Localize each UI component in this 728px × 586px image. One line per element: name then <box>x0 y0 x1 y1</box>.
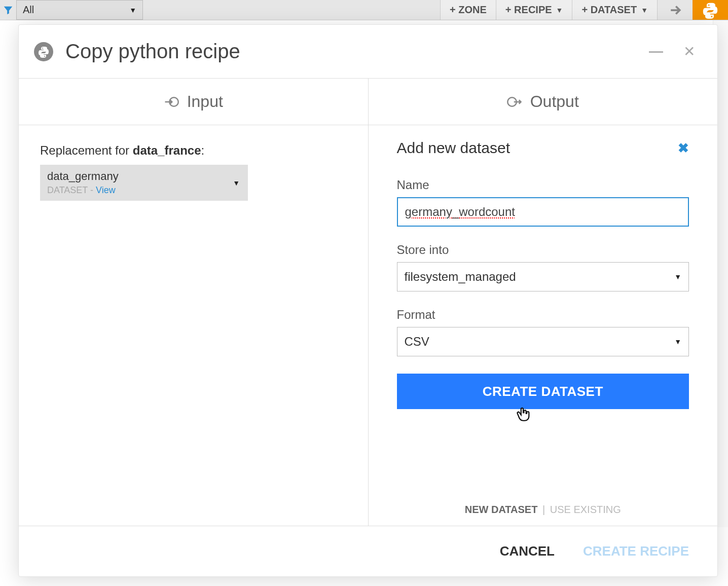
python-icon <box>34 42 53 61</box>
dataset-name-input[interactable] <box>397 197 689 227</box>
view-link[interactable]: View <box>96 185 116 195</box>
filter-dropdown[interactable]: All ▼ <box>16 0 143 20</box>
replacement-dropdown[interactable]: data_germany DATASET - View ▼ <box>40 165 248 201</box>
chevron-down-icon: ▼ <box>233 179 240 187</box>
modal-header: Copy python recipe — ✕ <box>19 25 717 78</box>
python-recipe-icon[interactable] <box>693 0 728 20</box>
store-label: Store into <box>397 243 689 257</box>
create-dataset-button[interactable]: CREATE DATASET <box>397 374 689 409</box>
input-tab-header: Input <box>19 79 368 125</box>
minimize-button[interactable]: — <box>649 43 663 60</box>
filter-value: All <box>23 4 34 16</box>
use-existing-tab[interactable]: USE EXISTING <box>550 504 621 515</box>
store-into-select[interactable]: filesystem_managed ▼ <box>397 262 689 291</box>
replacement-value: data_germany <box>47 170 241 183</box>
new-dataset-tab[interactable]: NEW DATASET <box>465 504 538 515</box>
name-label: Name <box>397 178 689 192</box>
add-recipe-button[interactable]: + RECIPE ▼ <box>496 0 572 20</box>
output-tab-header: Output <box>369 79 718 125</box>
modal-title: Copy python recipe <box>65 40 240 63</box>
input-panel: Input Replacement for data_france: data_… <box>19 79 369 526</box>
replacement-meta: DATASET - View <box>47 185 241 196</box>
cancel-button[interactable]: CANCEL <box>500 543 555 559</box>
output-icon <box>507 94 522 109</box>
add-zone-button[interactable]: + ZONE <box>440 0 496 20</box>
chevron-down-icon: ▼ <box>641 6 648 14</box>
chevron-down-icon: ▼ <box>129 6 136 14</box>
create-recipe-button[interactable]: CREATE RECIPE <box>583 543 689 559</box>
background-toolbar: All ▼ + ZONE + RECIPE ▼ + DATASET ▼ <box>0 0 728 20</box>
modal-footer: CANCEL CREATE RECIPE <box>19 526 717 576</box>
filter-icon <box>0 0 16 20</box>
add-dataset-button[interactable]: + DATASET ▼ <box>572 0 657 20</box>
format-label: Format <box>397 308 689 322</box>
format-select[interactable]: CSV ▼ <box>397 327 689 356</box>
dataset-mode-tabs: NEW DATASET | USE EXISTING <box>397 484 689 516</box>
close-output-icon[interactable]: ✖ <box>678 140 689 156</box>
chevron-down-icon: ▼ <box>674 338 681 346</box>
replacement-label: Replacement for data_france: <box>40 143 347 158</box>
forward-arrow-button[interactable] <box>657 0 693 20</box>
output-panel: Output Add new dataset ✖ Name Store into… <box>369 79 718 526</box>
copy-recipe-modal: Copy python recipe — ✕ Input Replacement… <box>18 24 718 577</box>
close-button[interactable]: ✕ <box>683 43 695 60</box>
input-icon <box>164 94 179 109</box>
chevron-down-icon: ▼ <box>674 273 681 281</box>
chevron-down-icon: ▼ <box>556 6 563 14</box>
output-heading: Add new dataset <box>397 139 511 157</box>
